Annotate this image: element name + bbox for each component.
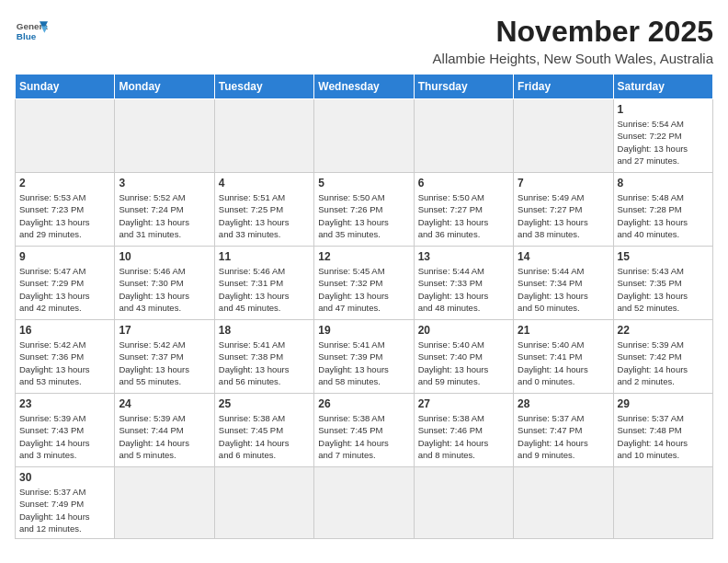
day-detail: Sunrise: 5:43 AMSunset: 7:35 PMDaylight:… <box>618 265 709 314</box>
day-cell: 11Sunrise: 5:46 AMSunset: 7:31 PMDayligh… <box>214 247 313 320</box>
day-cell: 23Sunrise: 5:39 AMSunset: 7:43 PMDayligh… <box>16 394 115 467</box>
day-number: 6 <box>418 177 509 190</box>
day-detail: Sunrise: 5:46 AMSunset: 7:30 PMDaylight:… <box>119 265 210 314</box>
day-cell: 13Sunrise: 5:44 AMSunset: 7:33 PMDayligh… <box>414 247 513 320</box>
svg-text:Blue: Blue <box>17 31 37 41</box>
day-number: 22 <box>618 324 709 337</box>
day-detail: Sunrise: 5:48 AMSunset: 7:28 PMDaylight:… <box>618 191 709 240</box>
day-cell: 7Sunrise: 5:49 AMSunset: 7:27 PMDaylight… <box>514 173 613 247</box>
day-cell: 3Sunrise: 5:52 AMSunset: 7:24 PMDaylight… <box>115 173 214 247</box>
header-tuesday: Tuesday <box>214 75 313 99</box>
day-cell: 28Sunrise: 5:37 AMSunset: 7:47 PMDayligh… <box>514 394 613 467</box>
day-cell: 24Sunrise: 5:39 AMSunset: 7:44 PMDayligh… <box>115 394 214 467</box>
day-cell: 12Sunrise: 5:45 AMSunset: 7:32 PMDayligh… <box>314 247 414 320</box>
day-number: 4 <box>219 177 310 190</box>
day-cell <box>16 99 115 173</box>
day-number: 5 <box>318 177 409 190</box>
header-sunday: Sunday <box>16 75 115 99</box>
day-cell: 27Sunrise: 5:38 AMSunset: 7:46 PMDayligh… <box>414 394 513 467</box>
day-cell <box>214 99 313 173</box>
title-block: November 2025 Allambie Heights, New Sout… <box>433 15 713 66</box>
week-row-1: 2Sunrise: 5:53 AMSunset: 7:23 PMDaylight… <box>16 173 713 247</box>
day-number: 14 <box>518 250 609 263</box>
day-cell <box>115 99 214 173</box>
day-cell: 2Sunrise: 5:53 AMSunset: 7:23 PMDaylight… <box>16 173 115 247</box>
day-detail: Sunrise: 5:37 AMSunset: 7:48 PMDaylight:… <box>618 412 709 461</box>
day-detail: Sunrise: 5:42 AMSunset: 7:36 PMDaylight:… <box>19 339 110 387</box>
day-cell <box>514 467 613 539</box>
day-number: 23 <box>19 397 110 410</box>
day-detail: Sunrise: 5:44 AMSunset: 7:34 PMDaylight:… <box>518 265 609 314</box>
day-number: 7 <box>518 177 609 190</box>
day-cell: 6Sunrise: 5:50 AMSunset: 7:27 PMDaylight… <box>414 173 513 247</box>
day-cell: 17Sunrise: 5:42 AMSunset: 7:37 PMDayligh… <box>115 320 214 394</box>
day-detail: Sunrise: 5:50 AMSunset: 7:27 PMDaylight:… <box>418 191 509 240</box>
calendar-table: SundayMondayTuesdayWednesdayThursdayFrid… <box>15 74 713 539</box>
month-title: November 2025 <box>433 15 713 49</box>
day-cell: 29Sunrise: 5:37 AMSunset: 7:48 PMDayligh… <box>613 394 712 467</box>
day-cell: 26Sunrise: 5:38 AMSunset: 7:45 PMDayligh… <box>314 394 414 467</box>
day-number: 10 <box>119 250 210 263</box>
week-row-0: 1Sunrise: 5:54 AMSunset: 7:22 PMDaylight… <box>16 99 713 173</box>
day-detail: Sunrise: 5:39 AMSunset: 7:44 PMDaylight:… <box>119 412 210 461</box>
day-cell: 25Sunrise: 5:38 AMSunset: 7:45 PMDayligh… <box>214 394 313 467</box>
day-detail: Sunrise: 5:50 AMSunset: 7:26 PMDaylight:… <box>318 191 409 240</box>
day-number: 30 <box>19 471 110 484</box>
day-cell: 19Sunrise: 5:41 AMSunset: 7:39 PMDayligh… <box>314 320 414 394</box>
day-number: 12 <box>318 250 409 263</box>
day-number: 29 <box>618 397 709 410</box>
page-header: General Blue November 2025 Allambie Heig… <box>15 15 713 66</box>
day-detail: Sunrise: 5:52 AMSunset: 7:24 PMDaylight:… <box>119 191 210 240</box>
day-number: 21 <box>518 324 609 337</box>
day-number: 11 <box>219 250 310 263</box>
day-number: 24 <box>119 397 210 410</box>
day-cell: 22Sunrise: 5:39 AMSunset: 7:42 PMDayligh… <box>613 320 712 394</box>
day-number: 8 <box>618 177 709 190</box>
day-number: 26 <box>318 397 409 410</box>
day-detail: Sunrise: 5:38 AMSunset: 7:46 PMDaylight:… <box>418 412 509 461</box>
week-row-2: 9Sunrise: 5:47 AMSunset: 7:29 PMDaylight… <box>16 247 713 320</box>
day-number: 17 <box>119 324 210 337</box>
day-detail: Sunrise: 5:38 AMSunset: 7:45 PMDaylight:… <box>318 412 409 461</box>
day-cell: 15Sunrise: 5:43 AMSunset: 7:35 PMDayligh… <box>613 247 712 320</box>
day-number: 18 <box>219 324 310 337</box>
day-number: 9 <box>19 250 110 263</box>
week-row-4: 23Sunrise: 5:39 AMSunset: 7:43 PMDayligh… <box>16 394 713 467</box>
calendar-header-row: SundayMondayTuesdayWednesdayThursdayFrid… <box>16 75 713 99</box>
header-wednesday: Wednesday <box>314 75 414 99</box>
day-cell: 20Sunrise: 5:40 AMSunset: 7:40 PMDayligh… <box>414 320 513 394</box>
day-cell <box>514 99 613 173</box>
day-cell <box>613 467 712 539</box>
day-number: 15 <box>618 250 709 263</box>
week-row-3: 16Sunrise: 5:42 AMSunset: 7:36 PMDayligh… <box>16 320 713 394</box>
day-number: 20 <box>418 324 509 337</box>
day-number: 27 <box>418 397 509 410</box>
day-detail: Sunrise: 5:38 AMSunset: 7:45 PMDaylight:… <box>219 412 310 461</box>
header-monday: Monday <box>115 75 214 99</box>
day-cell <box>115 467 214 539</box>
day-cell <box>314 99 414 173</box>
location-title: Allambie Heights, New South Wales, Austr… <box>433 51 713 66</box>
day-number: 19 <box>318 324 409 337</box>
day-detail: Sunrise: 5:40 AMSunset: 7:40 PMDaylight:… <box>418 339 509 387</box>
day-detail: Sunrise: 5:49 AMSunset: 7:27 PMDaylight:… <box>518 191 609 240</box>
day-cell: 4Sunrise: 5:51 AMSunset: 7:25 PMDaylight… <box>214 173 313 247</box>
day-number: 13 <box>418 250 509 263</box>
week-row-5: 30Sunrise: 5:37 AMSunset: 7:49 PMDayligh… <box>16 467 713 539</box>
day-number: 16 <box>19 324 110 337</box>
day-number: 3 <box>119 177 210 190</box>
day-cell <box>414 99 513 173</box>
day-detail: Sunrise: 5:39 AMSunset: 7:42 PMDaylight:… <box>618 339 709 387</box>
logo: General Blue <box>15 15 48 48</box>
day-detail: Sunrise: 5:45 AMSunset: 7:32 PMDaylight:… <box>318 265 409 314</box>
day-detail: Sunrise: 5:54 AMSunset: 7:22 PMDaylight:… <box>618 118 709 167</box>
day-detail: Sunrise: 5:51 AMSunset: 7:25 PMDaylight:… <box>219 191 310 240</box>
day-cell: 1Sunrise: 5:54 AMSunset: 7:22 PMDaylight… <box>613 99 712 173</box>
day-number: 1 <box>618 103 709 116</box>
header-thursday: Thursday <box>414 75 513 99</box>
day-detail: Sunrise: 5:53 AMSunset: 7:23 PMDaylight:… <box>19 191 110 240</box>
day-cell: 21Sunrise: 5:40 AMSunset: 7:41 PMDayligh… <box>514 320 613 394</box>
day-detail: Sunrise: 5:47 AMSunset: 7:29 PMDaylight:… <box>19 265 110 314</box>
day-detail: Sunrise: 5:46 AMSunset: 7:31 PMDaylight:… <box>219 265 310 314</box>
day-number: 25 <box>219 397 310 410</box>
